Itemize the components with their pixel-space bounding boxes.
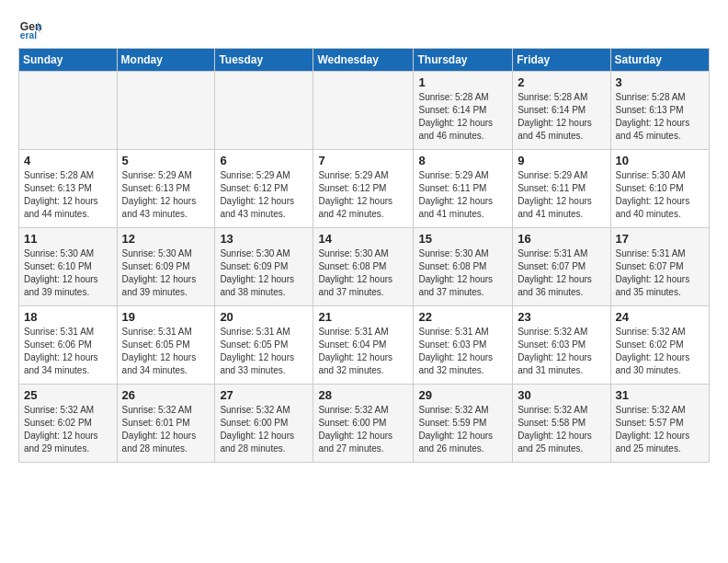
day-number: 17 [616, 232, 704, 246]
day-info: Sunrise: 5:32 AM Sunset: 5:57 PM Dayligh… [616, 404, 704, 455]
day-number: 10 [616, 154, 704, 167]
day-number: 27 [220, 388, 308, 402]
day-info: Sunrise: 5:32 AM Sunset: 6:00 PM Dayligh… [220, 404, 308, 455]
calendar-cell: 31Sunrise: 5:32 AM Sunset: 5:57 PM Dayli… [610, 385, 709, 463]
calendar-cell: 16Sunrise: 5:31 AM Sunset: 6:07 PM Dayli… [513, 228, 610, 306]
day-info: Sunrise: 5:30 AM Sunset: 6:10 PM Dayligh… [616, 169, 704, 221]
day-info: Sunrise: 5:30 AM Sunset: 6:10 PM Dayligh… [24, 247, 112, 299]
day-info: Sunrise: 5:29 AM Sunset: 6:11 PM Dayligh… [518, 169, 605, 221]
calendar-cell: 4Sunrise: 5:28 AM Sunset: 6:13 PM Daylig… [19, 150, 118, 228]
calendar-cell: 23Sunrise: 5:32 AM Sunset: 6:03 PM Dayli… [513, 306, 610, 385]
day-number: 11 [24, 232, 112, 246]
calendar-cell: 2Sunrise: 5:28 AM Sunset: 6:14 PM Daylig… [513, 72, 610, 150]
page-header: Gen eral [18, 15, 710, 40]
day-info: Sunrise: 5:32 AM Sunset: 6:02 PM Dayligh… [24, 404, 112, 455]
day-info: Sunrise: 5:31 AM Sunset: 6:07 PM Dayligh… [518, 247, 605, 299]
day-info: Sunrise: 5:29 AM Sunset: 6:13 PM Dayligh… [122, 169, 210, 221]
day-info: Sunrise: 5:31 AM Sunset: 6:07 PM Dayligh… [616, 247, 704, 299]
weekday-header: Saturday [610, 49, 709, 72]
calendar-body: 1Sunrise: 5:28 AM Sunset: 6:14 PM Daylig… [19, 72, 710, 463]
day-info: Sunrise: 5:30 AM Sunset: 6:09 PM Dayligh… [122, 247, 210, 299]
calendar-week-row: 1Sunrise: 5:28 AM Sunset: 6:14 PM Daylig… [19, 72, 710, 150]
calendar-cell: 9Sunrise: 5:29 AM Sunset: 6:11 PM Daylig… [513, 150, 610, 228]
weekday-header: Tuesday [215, 49, 313, 72]
calendar-cell: 7Sunrise: 5:29 AM Sunset: 6:12 PM Daylig… [313, 150, 414, 228]
calendar-cell: 11Sunrise: 5:30 AM Sunset: 6:10 PM Dayli… [19, 228, 118, 306]
day-number: 30 [518, 388, 605, 402]
calendar-cell: 10Sunrise: 5:30 AM Sunset: 6:10 PM Dayli… [610, 150, 709, 228]
calendar-cell: 19Sunrise: 5:31 AM Sunset: 6:05 PM Dayli… [117, 306, 215, 385]
day-number: 25 [24, 388, 112, 402]
calendar-cell: 1Sunrise: 5:28 AM Sunset: 6:14 PM Daylig… [414, 72, 513, 150]
day-number: 29 [418, 388, 507, 402]
calendar-week-row: 4Sunrise: 5:28 AM Sunset: 6:13 PM Daylig… [19, 150, 710, 228]
weekday-header: Friday [513, 49, 610, 72]
calendar-cell: 8Sunrise: 5:29 AM Sunset: 6:11 PM Daylig… [414, 150, 513, 228]
calendar-cell: 22Sunrise: 5:31 AM Sunset: 6:03 PM Dayli… [414, 306, 513, 385]
svg-text:eral: eral [20, 30, 37, 40]
day-info: Sunrise: 5:29 AM Sunset: 6:12 PM Dayligh… [220, 169, 308, 221]
day-number: 9 [518, 154, 605, 167]
day-number: 5 [122, 154, 210, 167]
day-number: 31 [616, 388, 704, 402]
day-number: 2 [518, 75, 605, 89]
logo-icon: Gen eral [18, 15, 44, 40]
day-number: 26 [122, 388, 210, 402]
day-number: 22 [418, 310, 507, 324]
day-number: 7 [318, 154, 408, 167]
day-info: Sunrise: 5:31 AM Sunset: 6:05 PM Dayligh… [122, 326, 210, 377]
day-info: Sunrise: 5:30 AM Sunset: 6:09 PM Dayligh… [220, 247, 308, 299]
calendar-cell: 14Sunrise: 5:30 AM Sunset: 6:08 PM Dayli… [313, 228, 414, 306]
day-number: 13 [220, 232, 308, 246]
day-number: 24 [616, 310, 704, 324]
calendar-cell: 27Sunrise: 5:32 AM Sunset: 6:00 PM Dayli… [215, 385, 313, 463]
day-info: Sunrise: 5:30 AM Sunset: 6:08 PM Dayligh… [318, 247, 408, 299]
calendar-cell: 26Sunrise: 5:32 AM Sunset: 6:01 PM Dayli… [117, 385, 215, 463]
weekday-header: Sunday [19, 49, 118, 72]
day-number: 21 [318, 310, 408, 324]
day-info: Sunrise: 5:28 AM Sunset: 6:14 PM Dayligh… [418, 91, 507, 143]
day-info: Sunrise: 5:28 AM Sunset: 6:13 PM Dayligh… [24, 169, 112, 221]
day-number: 6 [220, 154, 308, 167]
day-info: Sunrise: 5:32 AM Sunset: 5:59 PM Dayligh… [418, 404, 507, 455]
day-info: Sunrise: 5:32 AM Sunset: 6:02 PM Dayligh… [616, 326, 704, 377]
day-info: Sunrise: 5:31 AM Sunset: 6:04 PM Dayligh… [318, 326, 408, 377]
calendar-cell: 15Sunrise: 5:30 AM Sunset: 6:08 PM Dayli… [414, 228, 513, 306]
day-info: Sunrise: 5:28 AM Sunset: 6:14 PM Dayligh… [518, 91, 605, 143]
day-number: 12 [122, 232, 210, 246]
calendar-cell: 5Sunrise: 5:29 AM Sunset: 6:13 PM Daylig… [117, 150, 215, 228]
day-info: Sunrise: 5:32 AM Sunset: 5:58 PM Dayligh… [518, 404, 605, 455]
day-info: Sunrise: 5:31 AM Sunset: 6:05 PM Dayligh… [220, 326, 308, 377]
day-number: 28 [318, 388, 408, 402]
day-info: Sunrise: 5:29 AM Sunset: 6:11 PM Dayligh… [418, 169, 507, 221]
calendar-cell: 24Sunrise: 5:32 AM Sunset: 6:02 PM Dayli… [610, 306, 709, 385]
calendar-cell: 18Sunrise: 5:31 AM Sunset: 6:06 PM Dayli… [19, 306, 118, 385]
calendar-week-row: 18Sunrise: 5:31 AM Sunset: 6:06 PM Dayli… [19, 306, 710, 385]
day-info: Sunrise: 5:32 AM Sunset: 6:00 PM Dayligh… [318, 404, 408, 455]
day-number: 3 [616, 75, 704, 89]
calendar-cell [215, 72, 313, 150]
day-info: Sunrise: 5:32 AM Sunset: 6:03 PM Dayligh… [518, 326, 605, 377]
day-number: 4 [24, 154, 112, 167]
calendar-week-row: 11Sunrise: 5:30 AM Sunset: 6:10 PM Dayli… [19, 228, 710, 306]
day-info: Sunrise: 5:29 AM Sunset: 6:12 PM Dayligh… [318, 169, 408, 221]
day-number: 15 [418, 232, 507, 246]
calendar-header: SundayMondayTuesdayWednesdayThursdayFrid… [19, 49, 710, 72]
day-number: 1 [418, 75, 507, 89]
calendar-cell: 3Sunrise: 5:28 AM Sunset: 6:13 PM Daylig… [610, 72, 709, 150]
day-info: Sunrise: 5:30 AM Sunset: 6:08 PM Dayligh… [418, 247, 507, 299]
calendar-week-row: 25Sunrise: 5:32 AM Sunset: 6:02 PM Dayli… [19, 385, 710, 463]
calendar-cell: 17Sunrise: 5:31 AM Sunset: 6:07 PM Dayli… [610, 228, 709, 306]
day-number: 14 [318, 232, 408, 246]
day-number: 18 [24, 310, 112, 324]
day-number: 23 [518, 310, 605, 324]
logo: Gen eral [18, 15, 48, 40]
calendar-table: SundayMondayTuesdayWednesdayThursdayFrid… [18, 48, 710, 463]
weekday-header: Monday [117, 49, 215, 72]
weekday-header: Thursday [414, 49, 513, 72]
day-number: 20 [220, 310, 308, 324]
day-info: Sunrise: 5:32 AM Sunset: 6:01 PM Dayligh… [122, 404, 210, 455]
day-info: Sunrise: 5:28 AM Sunset: 6:13 PM Dayligh… [616, 91, 704, 143]
day-info: Sunrise: 5:31 AM Sunset: 6:06 PM Dayligh… [24, 326, 112, 377]
calendar-cell: 29Sunrise: 5:32 AM Sunset: 5:59 PM Dayli… [414, 385, 513, 463]
